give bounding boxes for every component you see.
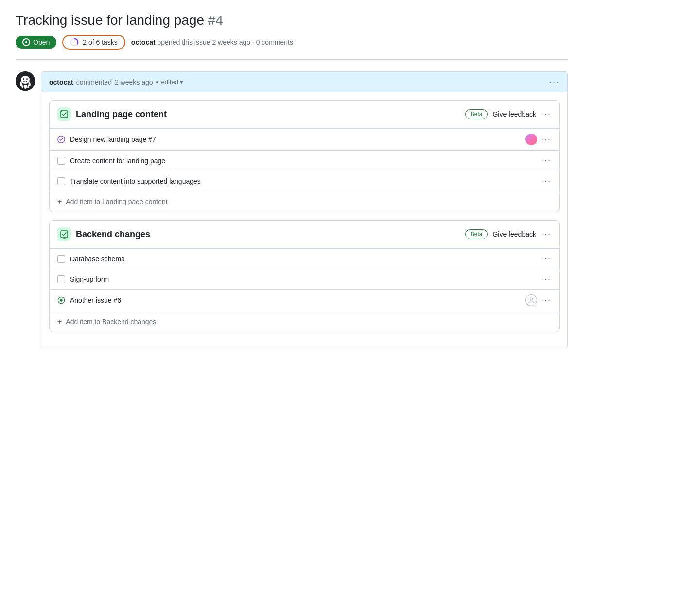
task-label: Design new landing page #7 bbox=[70, 136, 156, 143]
plus-icon: + bbox=[57, 317, 62, 326]
task-left: Design new landing page #7 bbox=[57, 136, 525, 143]
open-label: Open bbox=[33, 38, 50, 46]
task-more-button[interactable]: ··· bbox=[541, 274, 551, 284]
open-badge: Open bbox=[16, 36, 56, 49]
task-checkbox-unchecked[interactable] bbox=[57, 177, 65, 185]
page-title: Tracking issue for landing page #4 bbox=[16, 12, 568, 29]
comment-action: commented bbox=[76, 78, 112, 86]
tasklist-title-backend: Backend changes bbox=[76, 229, 150, 240]
comment-more-button[interactable]: ··· bbox=[549, 77, 560, 87]
task-more-button[interactable]: ··· bbox=[541, 254, 551, 264]
task-more-button[interactable]: ··· bbox=[541, 135, 551, 145]
svg-point-10 bbox=[60, 299, 62, 302]
task-label: Translate content into supported languag… bbox=[70, 177, 201, 185]
octocat-icon bbox=[16, 71, 35, 91]
avatar bbox=[16, 71, 35, 91]
beta-badge-landing[interactable]: Beta bbox=[465, 109, 488, 119]
task-right: ··· bbox=[525, 134, 551, 145]
task-item: Design new landing page #7 ··· bbox=[50, 128, 559, 150]
edited-label: edited bbox=[161, 78, 178, 86]
commenter-username: octocat bbox=[49, 78, 73, 86]
add-item-landing[interactable]: + Add item to Landing page content bbox=[50, 191, 559, 212]
tasklist-header-right-landing: Beta Give feedback ··· bbox=[465, 109, 551, 120]
add-item-backend[interactable]: + Add item to Backend changes bbox=[50, 311, 559, 332]
svg-point-11 bbox=[530, 298, 532, 300]
separator: · bbox=[252, 38, 254, 46]
task-label: Sign-up form bbox=[70, 275, 109, 283]
task-item: Sign-up form ··· bbox=[50, 269, 559, 289]
comment-header: octocat commented 2 weeks ago • edited ▾… bbox=[41, 72, 567, 92]
backend-checklist-icon bbox=[60, 230, 69, 239]
tasklist-title-landing: Landing page content bbox=[76, 109, 167, 120]
progress-ring-icon bbox=[70, 38, 79, 47]
task-right: ··· bbox=[541, 176, 551, 186]
task-checkbox-checked[interactable] bbox=[57, 136, 65, 143]
task-right: ··· bbox=[525, 294, 551, 306]
tasklist-header-right-backend: Beta Give feedback ··· bbox=[465, 229, 551, 240]
task-right: ··· bbox=[541, 155, 551, 166]
comment-header-left: octocat commented 2 weeks ago • edited ▾ bbox=[49, 78, 183, 86]
task-label: Create content for landing page bbox=[70, 157, 165, 165]
edited-badge[interactable]: edited ▾ bbox=[161, 78, 183, 86]
header-divider bbox=[16, 59, 568, 60]
task-more-button[interactable]: ··· bbox=[541, 176, 551, 186]
tasklist-header-backend: Backend changes Beta Give feedback ··· bbox=[50, 221, 559, 248]
status-row: Open 2 of 6 tasks octocat opened this is… bbox=[16, 35, 568, 50]
open-icon bbox=[22, 38, 30, 46]
task-label: Another issue #6 bbox=[70, 296, 121, 304]
checklist-icon bbox=[60, 110, 69, 119]
chevron-down-icon: ▾ bbox=[180, 78, 183, 86]
purple-check-icon bbox=[57, 135, 65, 144]
svg-point-4 bbox=[23, 78, 24, 80]
task-label: Database schema bbox=[70, 255, 125, 263]
give-feedback-backend[interactable]: Give feedback bbox=[492, 230, 536, 238]
tasklist-more-landing[interactable]: ··· bbox=[541, 109, 551, 120]
tasklist-header-left: Backend changes bbox=[57, 227, 150, 241]
add-item-label: Add item to Backend changes bbox=[66, 318, 156, 325]
task-left: Database schema bbox=[57, 255, 541, 263]
tasklist-landing-page: Landing page content Beta Give feedback … bbox=[49, 100, 560, 212]
task-item: Another issue #6 ··· bbox=[50, 289, 559, 311]
green-open-circle-icon bbox=[57, 296, 65, 305]
task-checkbox-unchecked[interactable] bbox=[57, 275, 65, 283]
tasks-badge[interactable]: 2 of 6 tasks bbox=[62, 35, 125, 50]
svg-point-3 bbox=[21, 76, 30, 84]
task-more-button[interactable]: ··· bbox=[541, 295, 551, 306]
give-feedback-landing[interactable]: Give feedback bbox=[492, 110, 536, 118]
time-ago: 2 weeks ago bbox=[212, 38, 250, 46]
task-more-button[interactable]: ··· bbox=[541, 155, 551, 166]
task-checkbox-unchecked[interactable] bbox=[57, 255, 65, 263]
tasklist-icon-backend bbox=[57, 227, 71, 241]
tasklist-more-backend[interactable]: ··· bbox=[541, 229, 551, 240]
comment-time: 2 weeks ago bbox=[115, 78, 153, 86]
issue-meta: octocat opened this issue 2 weeks ago · … bbox=[131, 38, 293, 46]
task-left: Sign-up form bbox=[57, 275, 541, 283]
task-right: ··· bbox=[541, 254, 551, 264]
tasklist-backend: Backend changes Beta Give feedback ··· D… bbox=[49, 220, 560, 332]
beta-badge-backend[interactable]: Beta bbox=[465, 229, 488, 239]
task-left: Another issue #6 bbox=[57, 296, 525, 304]
person-icon bbox=[527, 296, 535, 304]
task-left: Translate content into supported languag… bbox=[57, 177, 541, 185]
task-right: ··· bbox=[541, 274, 551, 284]
tasks-count: 2 of 6 tasks bbox=[83, 38, 118, 46]
comments-count: 0 comments bbox=[256, 38, 293, 46]
tasklist-icon-landing bbox=[57, 107, 71, 121]
author-name: octocat bbox=[131, 38, 156, 46]
tasklist-header-left: Landing page content bbox=[57, 107, 167, 121]
task-checkbox-unchecked[interactable] bbox=[57, 157, 65, 165]
task-assignee-avatar bbox=[525, 134, 537, 145]
task-left: Create content for landing page bbox=[57, 157, 541, 165]
task-item: Database schema ··· bbox=[50, 248, 559, 269]
action-text: opened this issue bbox=[158, 38, 210, 46]
task-assignee-placeholder bbox=[525, 294, 537, 306]
svg-point-5 bbox=[26, 78, 28, 80]
task-item: Translate content into supported languag… bbox=[50, 171, 559, 191]
comment-content: Landing page content Beta Give feedback … bbox=[41, 92, 567, 348]
task-checkbox-open-issue[interactable] bbox=[57, 296, 65, 304]
comment-thread: octocat commented 2 weeks ago • edited ▾… bbox=[16, 71, 568, 348]
title-text: Tracking issue for landing page bbox=[16, 13, 204, 28]
tasklist-header-landing: Landing page content Beta Give feedback … bbox=[50, 101, 559, 128]
comment-separator: • bbox=[156, 78, 158, 86]
comment-body: octocat commented 2 weeks ago • edited ▾… bbox=[41, 71, 568, 348]
